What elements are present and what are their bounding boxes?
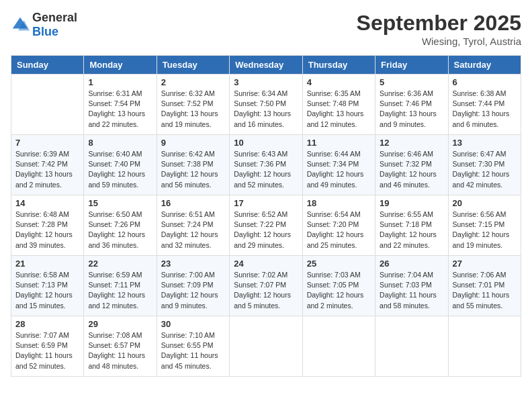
calendar-cell [230,316,302,377]
location: Wiesing, Tyrol, Austria [357,36,521,47]
calendar-cell [302,316,375,377]
day-info: Sunrise: 6:47 AM Sunset: 7:30 PM Dayligh… [453,149,517,190]
day-number: 30 [161,319,225,329]
day-info: Sunrise: 6:56 AM Sunset: 7:15 PM Dayligh… [453,210,517,250]
calendar-cell: 28Sunrise: 7:07 AM Sunset: 6:59 PM Dayli… [11,316,84,377]
day-info: Sunrise: 6:40 AM Sunset: 7:40 PM Dayligh… [88,149,152,190]
calendar-cell: 2Sunrise: 6:32 AM Sunset: 7:52 PM Daylig… [157,75,229,135]
calendar-cell: 6Sunrise: 6:38 AM Sunset: 7:44 PM Daylig… [448,75,521,135]
col-header-saturday: Saturday [448,56,521,75]
day-info: Sunrise: 7:02 AM Sunset: 7:07 PM Dayligh… [234,270,298,311]
month-title: September 2025 [357,11,521,36]
calendar-cell [375,316,448,377]
calendar-cell: 11Sunrise: 6:44 AM Sunset: 7:34 PM Dayli… [302,135,375,195]
day-number: 18 [307,198,371,208]
calendar-cell: 15Sunrise: 6:50 AM Sunset: 7:26 PM Dayli… [84,195,157,256]
page-header: General Blue September 2025 Wiesing, Tyr… [11,11,521,47]
day-info: Sunrise: 7:04 AM Sunset: 7:03 PM Dayligh… [380,270,443,311]
week-row-2: 7Sunrise: 6:39 AM Sunset: 7:42 PM Daylig… [11,135,521,195]
day-number: 13 [453,138,517,148]
calendar-cell: 29Sunrise: 7:08 AM Sunset: 6:57 PM Dayli… [84,316,157,377]
day-info: Sunrise: 6:48 AM Sunset: 7:28 PM Dayligh… [15,210,79,250]
logo-blue: Blue [32,25,77,39]
week-row-1: 1Sunrise: 6:31 AM Sunset: 7:54 PM Daylig… [11,75,521,135]
col-header-tuesday: Tuesday [157,56,229,75]
calendar-cell: 13Sunrise: 6:47 AM Sunset: 7:30 PM Dayli… [448,135,521,195]
day-number: 19 [380,198,443,208]
calendar-table: SundayMondayTuesdayWednesdayThursdayFrid… [11,55,521,377]
calendar-cell: 17Sunrise: 6:52 AM Sunset: 7:22 PM Dayli… [230,195,302,256]
logo: General Blue [11,11,77,39]
day-number: 25 [307,259,371,269]
day-number: 22 [88,259,152,269]
day-info: Sunrise: 6:59 AM Sunset: 7:11 PM Dayligh… [88,270,152,311]
day-info: Sunrise: 6:32 AM Sunset: 7:52 PM Dayligh… [161,89,225,130]
day-info: Sunrise: 7:03 AM Sunset: 7:05 PM Dayligh… [307,270,371,311]
day-info: Sunrise: 6:39 AM Sunset: 7:42 PM Dayligh… [15,149,79,190]
calendar-cell: 7Sunrise: 6:39 AM Sunset: 7:42 PM Daylig… [11,135,84,195]
day-info: Sunrise: 6:38 AM Sunset: 7:44 PM Dayligh… [453,89,517,130]
calendar-cell: 1Sunrise: 6:31 AM Sunset: 7:54 PM Daylig… [84,75,157,135]
day-number: 3 [234,77,298,87]
col-header-thursday: Thursday [302,56,375,75]
day-info: Sunrise: 6:34 AM Sunset: 7:50 PM Dayligh… [234,89,298,130]
day-number: 17 [234,198,298,208]
day-number: 28 [15,319,79,329]
day-number: 4 [307,77,371,87]
day-info: Sunrise: 6:54 AM Sunset: 7:20 PM Dayligh… [307,210,371,250]
calendar-cell: 14Sunrise: 6:48 AM Sunset: 7:28 PM Dayli… [11,195,84,256]
day-number: 29 [88,319,152,329]
week-row-3: 14Sunrise: 6:48 AM Sunset: 7:28 PM Dayli… [11,195,521,256]
calendar-cell: 5Sunrise: 6:36 AM Sunset: 7:46 PM Daylig… [375,75,448,135]
calendar-cell [11,75,84,135]
logo-icon [11,15,30,34]
day-info: Sunrise: 7:00 AM Sunset: 7:09 PM Dayligh… [161,270,225,311]
day-number: 6 [453,77,517,87]
calendar-cell: 19Sunrise: 6:55 AM Sunset: 7:18 PM Dayli… [375,195,448,256]
day-info: Sunrise: 6:31 AM Sunset: 7:54 PM Dayligh… [88,89,152,130]
calendar-cell: 4Sunrise: 6:35 AM Sunset: 7:48 PM Daylig… [302,75,375,135]
day-number: 15 [88,198,152,208]
calendar-cell [448,316,521,377]
day-info: Sunrise: 7:06 AM Sunset: 7:01 PM Dayligh… [453,270,517,311]
calendar-cell: 23Sunrise: 7:00 AM Sunset: 7:09 PM Dayli… [157,256,229,316]
col-header-wednesday: Wednesday [230,56,302,75]
calendar-cell: 8Sunrise: 6:40 AM Sunset: 7:40 PM Daylig… [84,135,157,195]
calendar-cell: 30Sunrise: 7:10 AM Sunset: 6:55 PM Dayli… [157,316,229,377]
day-number: 26 [380,259,443,269]
day-info: Sunrise: 6:50 AM Sunset: 7:26 PM Dayligh… [88,210,152,250]
calendar-cell: 10Sunrise: 6:43 AM Sunset: 7:36 PM Dayli… [230,135,302,195]
day-number: 1 [88,77,152,87]
day-number: 7 [15,138,79,148]
day-number: 5 [380,77,443,87]
day-number: 14 [15,198,79,208]
day-info: Sunrise: 6:58 AM Sunset: 7:13 PM Dayligh… [15,270,79,311]
title-block: September 2025 Wiesing, Tyrol, Austria [357,11,521,47]
calendar-cell: 26Sunrise: 7:04 AM Sunset: 7:03 PM Dayli… [375,256,448,316]
day-info: Sunrise: 6:43 AM Sunset: 7:36 PM Dayligh… [234,149,298,190]
calendar-cell: 20Sunrise: 6:56 AM Sunset: 7:15 PM Dayli… [448,195,521,256]
day-number: 16 [161,198,225,208]
day-number: 21 [15,259,79,269]
day-info: Sunrise: 6:44 AM Sunset: 7:34 PM Dayligh… [307,149,371,190]
calendar-cell: 3Sunrise: 6:34 AM Sunset: 7:50 PM Daylig… [230,75,302,135]
day-number: 2 [161,77,225,87]
day-info: Sunrise: 6:35 AM Sunset: 7:48 PM Dayligh… [307,89,371,130]
calendar-cell: 24Sunrise: 7:02 AM Sunset: 7:07 PM Dayli… [230,256,302,316]
day-number: 12 [380,138,443,148]
col-header-friday: Friday [375,56,448,75]
calendar-cell: 27Sunrise: 7:06 AM Sunset: 7:01 PM Dayli… [448,256,521,316]
calendar-header-row: SundayMondayTuesdayWednesdayThursdayFrid… [11,56,521,75]
day-number: 27 [453,259,517,269]
day-number: 23 [161,259,225,269]
logo-general: General [32,11,77,25]
logo-text: General Blue [32,11,77,39]
calendar-cell: 18Sunrise: 6:54 AM Sunset: 7:20 PM Dayli… [302,195,375,256]
col-header-monday: Monday [84,56,157,75]
day-info: Sunrise: 6:52 AM Sunset: 7:22 PM Dayligh… [234,210,298,250]
day-number: 20 [453,198,517,208]
day-info: Sunrise: 7:07 AM Sunset: 6:59 PM Dayligh… [15,330,79,371]
calendar-cell: 9Sunrise: 6:42 AM Sunset: 7:38 PM Daylig… [157,135,229,195]
week-row-4: 21Sunrise: 6:58 AM Sunset: 7:13 PM Dayli… [11,256,521,316]
day-info: Sunrise: 7:08 AM Sunset: 6:57 PM Dayligh… [88,330,152,371]
